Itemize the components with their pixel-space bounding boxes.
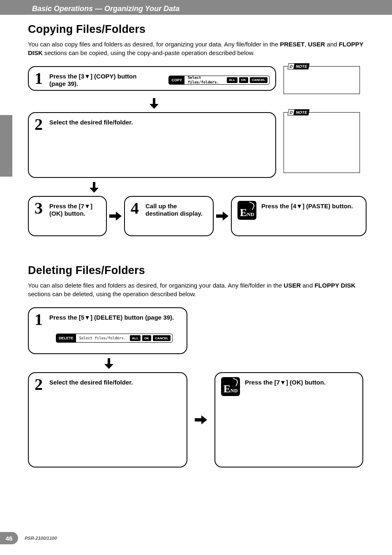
delete-step2-text: Select the desired file/folder.	[49, 377, 133, 386]
step2-text: Select the desired file/folder.	[49, 117, 133, 126]
widget-message: Select files/folders.	[76, 334, 129, 342]
footer: 46 PSR-2100/1100	[0, 532, 57, 544]
right-arrow-icon	[187, 415, 214, 424]
intro-text: You can also copy files and folders as d…	[28, 41, 280, 48]
widget-mode-delete: DELETE	[56, 334, 76, 342]
section1-title: Copying Files/Folders	[28, 23, 367, 36]
delete-step1-number: 1	[35, 312, 45, 327]
widget-ok-button[interactable]: OK	[142, 335, 151, 341]
right-arrow-icon	[214, 212, 231, 221]
user-label: USER	[308, 41, 325, 48]
end-badge: END	[238, 201, 256, 220]
step2-number: 2	[35, 117, 45, 132]
delete-step2-box: 2 Select the desired file/folder.	[28, 372, 187, 467]
intro-text: and	[301, 282, 314, 289]
user-label: USER	[284, 282, 301, 289]
widget-cancel-button[interactable]: CANCEL	[250, 77, 267, 83]
intro-text: sections can be copied, using the copy-a…	[43, 49, 255, 56]
delete-widget: DELETE Select files/folders. ALL OK CANC…	[56, 334, 173, 343]
note-badge-text: NOTE	[294, 109, 309, 115]
step4-text: Call up the destination display.	[145, 201, 207, 217]
section2-intro: You can also delete files and folders as…	[28, 281, 367, 298]
page-number-badge: 46	[0, 532, 18, 544]
delete-step1-text: Press the [5▼] (DELETE) button (page 39)…	[49, 312, 174, 321]
intro-text: ,	[304, 41, 308, 48]
step2-box: 2 Select the desired file/folder.	[28, 112, 276, 178]
widget-message: Select files/folders.	[184, 76, 226, 84]
down-arrow-icon	[150, 98, 367, 109]
step1-box: 1 Press the [3▼] (COPY) button (page 39)…	[28, 66, 276, 91]
section2-title: Deleting Files/Folders	[28, 264, 367, 277]
widget-all-button[interactable]: ALL	[130, 335, 141, 341]
header-band: Basic Operations — Organizing Your Data	[0, 0, 392, 15]
delete-step2-number: 2	[35, 377, 45, 392]
note-badge: D NOTE	[288, 109, 310, 115]
widget-mode-copy: COPY	[169, 76, 184, 84]
note-badge-text: NOTE	[294, 63, 309, 69]
note-box-2: D NOTE	[284, 112, 360, 173]
end-text: Press the [4▼] (PASTE) button.	[261, 201, 353, 210]
model-label: PSR-2100/1100	[25, 536, 57, 541]
step4-number: 4	[131, 201, 141, 216]
step3-box: 3 Press the [7▼] (OK) button.	[28, 196, 107, 236]
end-box: END Press the [4▼] (PASTE) button.	[231, 196, 367, 236]
copy-widget: COPY Select files/folders. ALL OK CANCEL	[168, 76, 270, 85]
step1-number: 1	[35, 71, 45, 86]
breadcrumb-suffix: Organizing Your Data	[104, 5, 180, 13]
delete-end-box: END Press the [7▼] (OK) button.	[214, 372, 363, 467]
right-arrow-icon	[107, 212, 124, 221]
widget-cancel-button[interactable]: CANCEL	[153, 335, 171, 341]
note-badge: D NOTE	[288, 63, 310, 69]
preset-label: PRESET	[280, 41, 304, 48]
side-tab	[0, 115, 12, 177]
delete-end-text: Press the [7▼] (OK) button.	[245, 377, 326, 386]
step3-number: 3	[35, 201, 45, 216]
end-e: E	[224, 384, 231, 394]
widget-all-button[interactable]: ALL	[227, 77, 238, 83]
page-content: Copying Files/Folders You can also copy …	[0, 15, 392, 467]
end-nd: ND	[231, 387, 238, 394]
breadcrumb: Basic Operations — Organizing Your Data	[0, 5, 180, 13]
breadcrumb-prefix: Basic Operations —	[32, 5, 104, 13]
down-arrow-icon	[104, 358, 367, 369]
intro-text: and	[325, 41, 339, 48]
intro-text: sections can be deleted, using the opera…	[28, 290, 196, 297]
end-e: E	[240, 207, 247, 218]
step3-text: Press the [7▼] (OK) button.	[49, 201, 100, 217]
end-badge: END	[221, 377, 240, 396]
section1-intro: You can also copy files and folders as d…	[28, 40, 367, 57]
down-arrow-icon	[90, 182, 367, 193]
note-box-1: D NOTE	[284, 66, 360, 94]
end-nd: ND	[247, 211, 254, 218]
widget-ok-button[interactable]: OK	[239, 77, 248, 83]
delete-step1-box: 1 Press the [5▼] (DELETE) button (page 3…	[28, 307, 187, 354]
intro-text: You can also delete files and folders as…	[28, 282, 284, 289]
step4-box: 4 Call up the destination display.	[124, 196, 214, 236]
step1-text: Press the [3▼] (COPY) button (page 39).	[49, 73, 154, 88]
floppy-label: FLOPPY DISK	[314, 282, 355, 289]
